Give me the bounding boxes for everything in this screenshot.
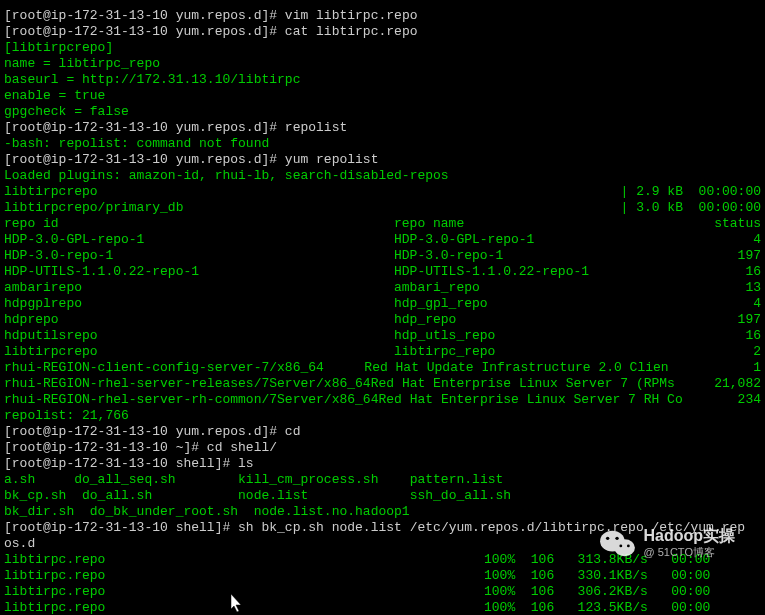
repo-id: libtirpcrepo (4, 344, 394, 360)
repo-status: 16 (661, 264, 761, 280)
repo-id: rhui-REGION-rhel-server-releases/7Server… (4, 376, 371, 392)
download-line: libtirpcrepo/primary_db| 3.0 kB 00:00:00 (4, 200, 761, 216)
repo-row: rhui-REGION-client-config-server-7/x86_6… (4, 360, 761, 376)
repo-id: rhui-REGION-rhel-server-rh-common/7Serve… (4, 392, 378, 408)
repo-name: libtirpc_repo (394, 344, 661, 360)
transfer-file: libtirpc.repo (4, 584, 484, 600)
header-id: repo id (4, 216, 394, 232)
svg-point-1 (615, 539, 636, 556)
watermark-subtext: @ 51CTO博客 (643, 544, 735, 560)
ls-line: bk_cp.sh do_all.sh node.list ssh_do_all.… (4, 488, 761, 504)
repo-name: libtirpcrepo/primary_db (4, 200, 183, 216)
ls-line: a.sh do_all_seq.sh kill_cm_process.sh pa… (4, 472, 761, 488)
shell-prompt: [root@ip-172-31-13-10 yum.repos.d]# (4, 120, 285, 136)
repo-status: 4 (661, 232, 761, 248)
repo-name: HDP-UTILS-1.1.0.22-repo-1 (394, 264, 661, 280)
command: ls (238, 456, 254, 472)
header-name: repo name (394, 216, 661, 232)
prompt-line: [root@ip-172-31-13-10 yum.repos.d]# cd (4, 424, 761, 440)
download-stat: | 3.0 kB 00:00:00 (621, 200, 761, 216)
command: yum repolist (285, 152, 379, 168)
transfer-stat: 100% 106 306.2KB/s 00:00 (484, 584, 761, 600)
prompt-line: [root@ip-172-31-13-10 yum.repos.d]# cat … (4, 24, 761, 40)
output-line: baseurl = http://172.31.13.10/libtirpc (4, 72, 761, 88)
repo-status: 16 (661, 328, 761, 344)
ls-line: bk_dir.sh do_bk_under_root.sh node.list.… (4, 504, 761, 520)
repo-name: Red Hat Enterprise Linux Server 7 (RPMs (371, 376, 675, 392)
shell-prompt: [root@ip-172-31-13-10 yum.repos.d]# (4, 424, 285, 440)
repo-id: hdputilsrepo (4, 328, 394, 344)
command: cd (285, 424, 301, 440)
watermark: Hadoop实操 @ 51CTO博客 (599, 528, 735, 560)
repo-row: HDP-3.0-GPL-repo-1HDP-3.0-GPL-repo-14 (4, 232, 761, 248)
repo-name: hdp_repo (394, 312, 661, 328)
transfer-row: libtirpc.repo100% 106 123.5KB/s 00:00 (4, 600, 761, 615)
shell-prompt: [root@ip-172-31-13-10 ~]# (4, 440, 207, 456)
transfer-row: libtirpc.repo100% 106 330.1KB/s 00:00 (4, 568, 761, 584)
svg-point-4 (620, 544, 623, 547)
cursor-icon (230, 594, 244, 614)
shell-prompt: [root@ip-172-31-13-10 yum.repos.d]# (4, 8, 285, 24)
download-line: libtirpcrepo| 2.9 kB 00:00:00 (4, 184, 761, 200)
repo-id: ambarirepo (4, 280, 394, 296)
transfer-file: libtirpc.repo (4, 568, 484, 584)
prompt-line: [root@ip-172-31-13-10 ~]# cd shell/ (4, 440, 761, 456)
shell-prompt: [root@ip-172-31-13-10 yum.repos.d]# (4, 152, 285, 168)
repo-id: hdpgplrepo (4, 296, 394, 312)
repo-status: 1 (669, 360, 761, 376)
transfer-file: libtirpc.repo (4, 552, 484, 568)
repo-row: ambarirepoambari_repo13 (4, 280, 761, 296)
repo-status: 197 (661, 312, 761, 328)
shell-prompt: [root@ip-172-31-13-10 shell]# (4, 456, 238, 472)
repo-id: HDP-3.0-repo-1 (4, 248, 394, 264)
transfer-stat: 100% 106 330.1KB/s 00:00 (484, 568, 761, 584)
command: repolist (285, 120, 347, 136)
wechat-icon (599, 528, 637, 560)
download-stat: | 2.9 kB 00:00:00 (621, 184, 761, 200)
repo-status: 234 (683, 392, 761, 408)
repo-status: 197 (661, 248, 761, 264)
repo-total: repolist: 21,766 (4, 408, 761, 424)
repo-name: Red Hat Enterprise Linux Server 7 RH Co (378, 392, 682, 408)
transfer-row: libtirpc.repo100% 106 306.2KB/s 00:00 (4, 584, 761, 600)
repo-name: hdp_gpl_repo (394, 296, 661, 312)
watermark-text: Hadoop实操 (643, 528, 735, 544)
repo-name: libtirpcrepo (4, 184, 98, 200)
repo-header: repo idrepo namestatus (4, 216, 761, 232)
repo-row: HDP-3.0-repo-1HDP-3.0-repo-1197 (4, 248, 761, 264)
prompt-line: [root@ip-172-31-13-10 yum.repos.d]# repo… (4, 120, 761, 136)
svg-point-5 (627, 544, 630, 547)
repo-row: HDP-UTILS-1.1.0.22-repo-1HDP-UTILS-1.1.0… (4, 264, 761, 280)
svg-point-2 (606, 537, 609, 540)
svg-point-3 (616, 537, 619, 540)
repo-status: 13 (661, 280, 761, 296)
command: cd shell/ (207, 440, 277, 456)
repo-status: 21,082 (675, 376, 761, 392)
repo-id: HDP-UTILS-1.1.0.22-repo-1 (4, 264, 394, 280)
repo-row: rhui-REGION-rhel-server-rh-common/7Serve… (4, 392, 761, 408)
repo-status: 4 (661, 296, 761, 312)
repo-row: hdputilsrepohdp_utls_repo16 (4, 328, 761, 344)
output-line: name = libtirpc_repo (4, 56, 761, 72)
repo-row: rhui-REGION-rhel-server-releases/7Server… (4, 376, 761, 392)
repo-status: 2 (661, 344, 761, 360)
repo-name: Red Hat Update Infrastructure 2.0 Clien (364, 360, 668, 376)
repo-name: ambari_repo (394, 280, 661, 296)
repo-row: hdprepohdp_repo197 (4, 312, 761, 328)
header-status: status (661, 216, 761, 232)
prompt-line: [root@ip-172-31-13-10 yum.repos.d]# yum … (4, 152, 761, 168)
repo-row: libtirpcrepolibtirpc_repo2 (4, 344, 761, 360)
error-line: -bash: repolist: command not found (4, 136, 761, 152)
repo-id: rhui-REGION-client-config-server-7/x86_6… (4, 360, 364, 376)
repo-id: HDP-3.0-GPL-repo-1 (4, 232, 394, 248)
repo-name: hdp_utls_repo (394, 328, 661, 344)
prompt-line: [root@ip-172-31-13-10 shell]# ls (4, 456, 761, 472)
output-line: gpgcheck = false (4, 104, 761, 120)
repo-name: HDP-3.0-GPL-repo-1 (394, 232, 661, 248)
output-line: enable = true (4, 88, 761, 104)
command: vim libtirpc.repo (285, 8, 418, 24)
transfer-file: libtirpc.repo (4, 600, 484, 615)
output-line: Loaded plugins: amazon-id, rhui-lb, sear… (4, 168, 761, 184)
output-line: [libtirpcrepo] (4, 40, 761, 56)
shell-prompt: [root@ip-172-31-13-10 shell]# (4, 520, 238, 536)
